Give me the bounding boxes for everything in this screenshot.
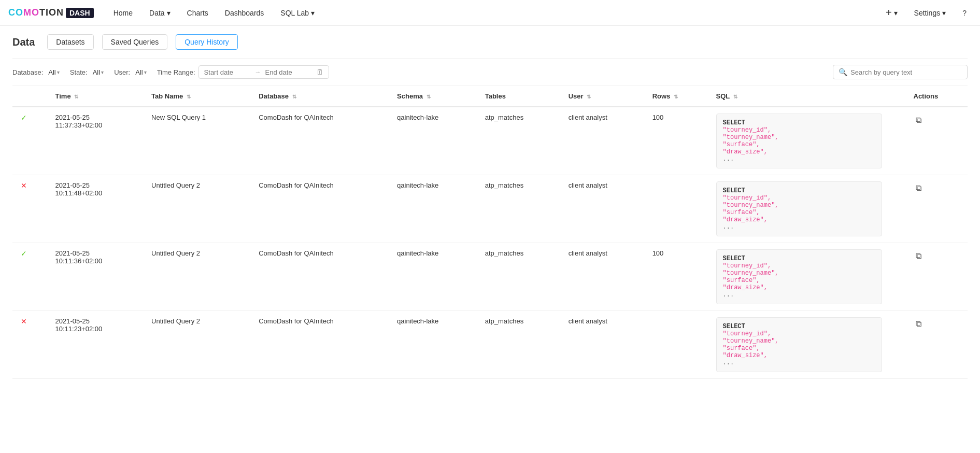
open-query-button[interactable]: ⧉: [914, 181, 924, 195]
search-input[interactable]: [850, 68, 962, 76]
tab-name-cell: Untitled Query 2: [143, 175, 250, 243]
user-cell: client analyst: [560, 311, 644, 379]
database-filter-value: All: [48, 68, 55, 76]
sql-ellipsis: ...: [723, 223, 875, 231]
nav-sqllab[interactable]: SQL Lab ▾: [273, 5, 322, 21]
tables-cell: atp_matches: [477, 243, 560, 311]
state-filter-value: All: [93, 68, 100, 76]
time-cell: 2021-05-2510:11:48+02:00: [47, 175, 144, 243]
search-box: 🔍: [833, 65, 968, 79]
sql-field: "tourney_id",: [723, 126, 772, 134]
rows-sort-icon: ⇅: [674, 94, 678, 100]
tab-saved-queries[interactable]: Saved Queries: [102, 34, 168, 50]
open-query-button[interactable]: ⧉: [914, 249, 924, 263]
user-cell: client analyst: [560, 107, 644, 175]
col-status: [12, 86, 47, 107]
user-filter-value: All: [135, 68, 143, 76]
nav-charts[interactable]: Charts: [180, 5, 216, 21]
tables-cell: atp_matches: [477, 311, 560, 379]
nav-home[interactable]: Home: [106, 5, 140, 21]
col-tab-name[interactable]: Tab Name ⇅: [143, 86, 250, 107]
rows-cell: [644, 175, 708, 243]
open-query-button[interactable]: ⧉: [914, 317, 924, 331]
status-ok-icon: ✓: [21, 114, 27, 122]
date-arrow-icon: →: [255, 68, 261, 76]
nav-data[interactable]: Data ▾: [142, 5, 178, 21]
nav-sqllab-arrow: ▾: [311, 9, 315, 17]
sql-field: "tourney_id",: [723, 330, 772, 337]
logo-dash: DASH: [66, 8, 94, 18]
sql-field: "tourney_id",: [723, 262, 772, 270]
sql-field: "surface",: [723, 209, 760, 216]
col-schema[interactable]: Schema ⇅: [389, 86, 477, 107]
page-header: Data Datasets Saved Queries Query Histor…: [12, 34, 968, 50]
status-cell: ✓: [12, 107, 47, 175]
tab-datasets[interactable]: Datasets: [47, 34, 93, 50]
time-cell: 2021-05-2510:11:36+02:00: [47, 243, 144, 311]
header-row: Time ⇅ Tab Name ⇅ Database ⇅ Schema ⇅ Ta…: [12, 86, 968, 107]
sql-ellipsis: ...: [723, 155, 875, 163]
col-database[interactable]: Database ⇅: [250, 86, 389, 107]
table-row: ✓ 2021-05-2511:37:33+02:00 New SQL Query…: [12, 107, 968, 175]
sql-field: "draw_size",: [723, 148, 768, 155]
tab-name-cell: Untitled Query 2: [143, 243, 250, 311]
add-button[interactable]: + ▾: [880, 4, 903, 22]
logo-tion: TION: [39, 7, 64, 18]
col-time[interactable]: Time ⇅: [47, 86, 144, 107]
rows-cell: [644, 311, 708, 379]
rows-cell: 100: [644, 107, 708, 175]
sql-ellipsis: ...: [723, 291, 875, 299]
sql-field: "tourney_id",: [723, 194, 772, 202]
user-filter: User: All ▾: [114, 67, 149, 77]
database-cell: ComoDash for QAInitech: [250, 311, 389, 379]
settings-arrow: ▾: [942, 9, 946, 17]
nav-links: Home Data ▾ Charts Dashboards SQL Lab ▾: [106, 5, 880, 21]
settings-button[interactable]: Settings ▾: [909, 6, 951, 20]
database-filter-label: Database:: [12, 68, 43, 76]
sql-sort-icon: ⇅: [733, 94, 737, 100]
user-filter-select[interactable]: All ▾: [133, 67, 148, 77]
actions-cell: ⧉: [905, 175, 968, 243]
schema-cell: qainitech-lake: [389, 311, 477, 379]
status-cell: ✕: [12, 311, 47, 379]
col-rows[interactable]: Rows ⇅: [644, 86, 708, 107]
schema-cell: qainitech-lake: [389, 107, 477, 175]
tab-sort-icon: ⇅: [187, 94, 191, 100]
sql-field: "tourney_name",: [723, 134, 779, 141]
logo-co: CO: [8, 7, 23, 18]
state-filter-arrow: ▾: [101, 69, 104, 75]
status-error-icon: ✕: [21, 317, 27, 325]
nav-data-arrow: ▾: [167, 9, 171, 17]
help-button[interactable]: ?: [957, 6, 972, 20]
state-filter-select[interactable]: All ▾: [91, 67, 106, 77]
date-range-picker[interactable]: → 🗓: [198, 65, 329, 79]
sql-block: SELECT "tourney_id","tourney_name","surf…: [716, 249, 882, 304]
start-date-input[interactable]: [204, 68, 251, 76]
open-query-button[interactable]: ⧉: [914, 114, 924, 127]
schema-cell: qainitech-lake: [389, 243, 477, 311]
user-sort-icon: ⇅: [587, 94, 591, 100]
logo-text: COMOTION: [8, 7, 64, 18]
sql-block: SELECT "tourney_id","tourney_name","surf…: [716, 114, 882, 168]
calendar-icon[interactable]: 🗓: [316, 68, 323, 76]
col-user[interactable]: User ⇅: [560, 86, 644, 107]
schema-sort-icon: ⇅: [427, 94, 431, 100]
database-filter-select[interactable]: All ▾: [46, 67, 61, 77]
plus-arrow: ▾: [894, 9, 898, 17]
state-filter: State: All ▾: [70, 67, 106, 77]
time-range-filter: Time Range: → 🗓: [157, 65, 329, 79]
end-date-input[interactable]: [265, 68, 312, 76]
tab-query-history[interactable]: Query History: [176, 34, 238, 50]
sql-field: "tourney_name",: [723, 337, 779, 345]
col-sql[interactable]: SQL ⇅: [708, 86, 905, 107]
schema-cell: qainitech-lake: [389, 175, 477, 243]
table-row: ✕ 2021-05-2510:11:48+02:00 Untitled Quer…: [12, 175, 968, 243]
sql-block: SELECT "tourney_id","tourney_name","surf…: [716, 181, 882, 236]
nav-data-label: Data: [149, 9, 165, 17]
state-filter-label: State:: [70, 68, 88, 76]
sql-field: "draw_size",: [723, 284, 768, 291]
col-tables: Tables: [477, 86, 560, 107]
nav-dashboards[interactable]: Dashboards: [218, 5, 272, 21]
actions-cell: ⧉: [905, 243, 968, 311]
sql-field: "tourney_name",: [723, 270, 779, 277]
